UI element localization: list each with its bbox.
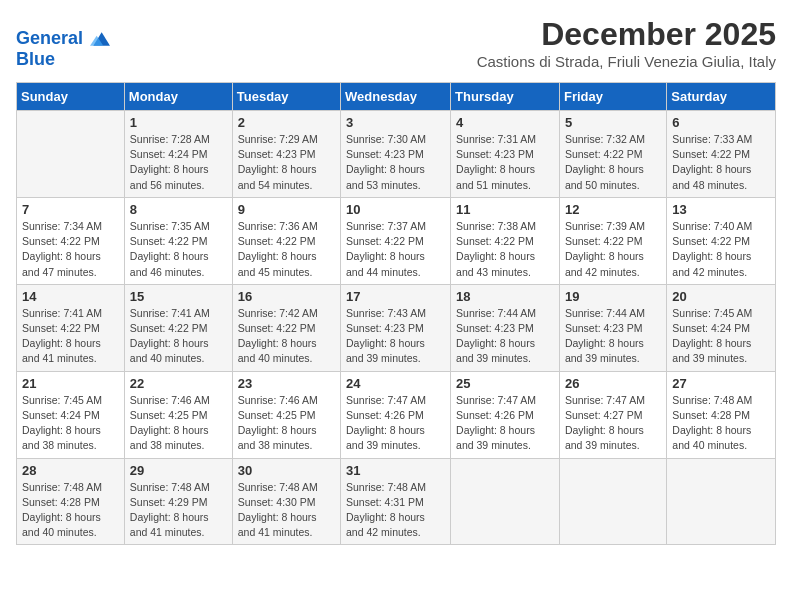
day-number: 28: [22, 463, 119, 478]
calendar-cell: [17, 111, 125, 198]
day-info: Sunrise: 7:41 AM Sunset: 4:22 PM Dayligh…: [130, 306, 227, 367]
calendar-cell: [559, 458, 666, 545]
calendar-cell: 1Sunrise: 7:28 AM Sunset: 4:24 PM Daylig…: [124, 111, 232, 198]
day-info: Sunrise: 7:39 AM Sunset: 4:22 PM Dayligh…: [565, 219, 661, 280]
day-number: 6: [672, 115, 770, 130]
day-number: 15: [130, 289, 227, 304]
calendar-cell: 2Sunrise: 7:29 AM Sunset: 4:23 PM Daylig…: [232, 111, 340, 198]
day-number: 16: [238, 289, 335, 304]
header-friday: Friday: [559, 83, 666, 111]
day-number: 13: [672, 202, 770, 217]
day-info: Sunrise: 7:46 AM Sunset: 4:25 PM Dayligh…: [130, 393, 227, 454]
day-number: 12: [565, 202, 661, 217]
day-info: Sunrise: 7:48 AM Sunset: 4:28 PM Dayligh…: [672, 393, 770, 454]
logo-text: General: [16, 29, 110, 49]
day-info: Sunrise: 7:47 AM Sunset: 4:26 PM Dayligh…: [346, 393, 445, 454]
calendar-header-row: SundayMondayTuesdayWednesdayThursdayFrid…: [17, 83, 776, 111]
day-number: 25: [456, 376, 554, 391]
calendar-cell: 20Sunrise: 7:45 AM Sunset: 4:24 PM Dayli…: [667, 284, 776, 371]
day-number: 5: [565, 115, 661, 130]
logo-blue: Blue: [16, 49, 110, 70]
calendar-week-5: 28Sunrise: 7:48 AM Sunset: 4:28 PM Dayli…: [17, 458, 776, 545]
calendar-cell: 21Sunrise: 7:45 AM Sunset: 4:24 PM Dayli…: [17, 371, 125, 458]
header-wednesday: Wednesday: [341, 83, 451, 111]
day-number: 23: [238, 376, 335, 391]
day-info: Sunrise: 7:42 AM Sunset: 4:22 PM Dayligh…: [238, 306, 335, 367]
day-info: Sunrise: 7:46 AM Sunset: 4:25 PM Dayligh…: [238, 393, 335, 454]
day-info: Sunrise: 7:30 AM Sunset: 4:23 PM Dayligh…: [346, 132, 445, 193]
day-info: Sunrise: 7:40 AM Sunset: 4:22 PM Dayligh…: [672, 219, 770, 280]
calendar-cell: 24Sunrise: 7:47 AM Sunset: 4:26 PM Dayli…: [341, 371, 451, 458]
calendar-cell: 27Sunrise: 7:48 AM Sunset: 4:28 PM Dayli…: [667, 371, 776, 458]
day-info: Sunrise: 7:37 AM Sunset: 4:22 PM Dayligh…: [346, 219, 445, 280]
calendar-cell: 9Sunrise: 7:36 AM Sunset: 4:22 PM Daylig…: [232, 197, 340, 284]
calendar-week-1: 1Sunrise: 7:28 AM Sunset: 4:24 PM Daylig…: [17, 111, 776, 198]
header-saturday: Saturday: [667, 83, 776, 111]
calendar-cell: 11Sunrise: 7:38 AM Sunset: 4:22 PM Dayli…: [451, 197, 560, 284]
calendar-cell: 3Sunrise: 7:30 AM Sunset: 4:23 PM Daylig…: [341, 111, 451, 198]
header-sunday: Sunday: [17, 83, 125, 111]
day-info: Sunrise: 7:48 AM Sunset: 4:28 PM Dayligh…: [22, 480, 119, 541]
calendar-cell: 16Sunrise: 7:42 AM Sunset: 4:22 PM Dayli…: [232, 284, 340, 371]
calendar-cell: 30Sunrise: 7:48 AM Sunset: 4:30 PM Dayli…: [232, 458, 340, 545]
day-info: Sunrise: 7:48 AM Sunset: 4:30 PM Dayligh…: [238, 480, 335, 541]
day-info: Sunrise: 7:48 AM Sunset: 4:31 PM Dayligh…: [346, 480, 445, 541]
day-number: 14: [22, 289, 119, 304]
month-title: December 2025: [477, 16, 776, 53]
day-number: 4: [456, 115, 554, 130]
day-number: 30: [238, 463, 335, 478]
location-subtitle: Castions di Strada, Friuli Venezia Giuli…: [477, 53, 776, 70]
day-info: Sunrise: 7:35 AM Sunset: 4:22 PM Dayligh…: [130, 219, 227, 280]
day-info: Sunrise: 7:45 AM Sunset: 4:24 PM Dayligh…: [22, 393, 119, 454]
logo: General Blue: [16, 29, 110, 70]
day-info: Sunrise: 7:45 AM Sunset: 4:24 PM Dayligh…: [672, 306, 770, 367]
calendar-cell: 8Sunrise: 7:35 AM Sunset: 4:22 PM Daylig…: [124, 197, 232, 284]
title-section: December 2025 Castions di Strada, Friuli…: [477, 16, 776, 70]
page-header: General Blue December 2025 Castions di S…: [16, 16, 776, 74]
day-number: 8: [130, 202, 227, 217]
day-number: 19: [565, 289, 661, 304]
day-number: 26: [565, 376, 661, 391]
day-number: 2: [238, 115, 335, 130]
day-info: Sunrise: 7:38 AM Sunset: 4:22 PM Dayligh…: [456, 219, 554, 280]
calendar-cell: 29Sunrise: 7:48 AM Sunset: 4:29 PM Dayli…: [124, 458, 232, 545]
calendar-cell: 10Sunrise: 7:37 AM Sunset: 4:22 PM Dayli…: [341, 197, 451, 284]
calendar-cell: 26Sunrise: 7:47 AM Sunset: 4:27 PM Dayli…: [559, 371, 666, 458]
calendar-cell: 13Sunrise: 7:40 AM Sunset: 4:22 PM Dayli…: [667, 197, 776, 284]
calendar-cell: [667, 458, 776, 545]
day-info: Sunrise: 7:47 AM Sunset: 4:27 PM Dayligh…: [565, 393, 661, 454]
day-number: 21: [22, 376, 119, 391]
calendar-cell: 4Sunrise: 7:31 AM Sunset: 4:23 PM Daylig…: [451, 111, 560, 198]
day-number: 22: [130, 376, 227, 391]
calendar-cell: 23Sunrise: 7:46 AM Sunset: 4:25 PM Dayli…: [232, 371, 340, 458]
day-number: 18: [456, 289, 554, 304]
calendar-table: SundayMondayTuesdayWednesdayThursdayFrid…: [16, 82, 776, 545]
calendar-week-2: 7Sunrise: 7:34 AM Sunset: 4:22 PM Daylig…: [17, 197, 776, 284]
calendar-cell: [451, 458, 560, 545]
calendar-cell: 25Sunrise: 7:47 AM Sunset: 4:26 PM Dayli…: [451, 371, 560, 458]
day-number: 20: [672, 289, 770, 304]
day-info: Sunrise: 7:28 AM Sunset: 4:24 PM Dayligh…: [130, 132, 227, 193]
day-number: 27: [672, 376, 770, 391]
calendar-cell: 15Sunrise: 7:41 AM Sunset: 4:22 PM Dayli…: [124, 284, 232, 371]
day-info: Sunrise: 7:41 AM Sunset: 4:22 PM Dayligh…: [22, 306, 119, 367]
day-number: 29: [130, 463, 227, 478]
day-info: Sunrise: 7:29 AM Sunset: 4:23 PM Dayligh…: [238, 132, 335, 193]
calendar-cell: 12Sunrise: 7:39 AM Sunset: 4:22 PM Dayli…: [559, 197, 666, 284]
day-info: Sunrise: 7:34 AM Sunset: 4:22 PM Dayligh…: [22, 219, 119, 280]
calendar-cell: 22Sunrise: 7:46 AM Sunset: 4:25 PM Dayli…: [124, 371, 232, 458]
day-info: Sunrise: 7:43 AM Sunset: 4:23 PM Dayligh…: [346, 306, 445, 367]
day-info: Sunrise: 7:31 AM Sunset: 4:23 PM Dayligh…: [456, 132, 554, 193]
calendar-cell: 28Sunrise: 7:48 AM Sunset: 4:28 PM Dayli…: [17, 458, 125, 545]
calendar-cell: 14Sunrise: 7:41 AM Sunset: 4:22 PM Dayli…: [17, 284, 125, 371]
day-number: 11: [456, 202, 554, 217]
header-tuesday: Tuesday: [232, 83, 340, 111]
calendar-cell: 5Sunrise: 7:32 AM Sunset: 4:22 PM Daylig…: [559, 111, 666, 198]
day-info: Sunrise: 7:47 AM Sunset: 4:26 PM Dayligh…: [456, 393, 554, 454]
calendar-cell: 6Sunrise: 7:33 AM Sunset: 4:22 PM Daylig…: [667, 111, 776, 198]
day-number: 24: [346, 376, 445, 391]
day-number: 9: [238, 202, 335, 217]
calendar-cell: 18Sunrise: 7:44 AM Sunset: 4:23 PM Dayli…: [451, 284, 560, 371]
day-info: Sunrise: 7:44 AM Sunset: 4:23 PM Dayligh…: [456, 306, 554, 367]
calendar-cell: 7Sunrise: 7:34 AM Sunset: 4:22 PM Daylig…: [17, 197, 125, 284]
